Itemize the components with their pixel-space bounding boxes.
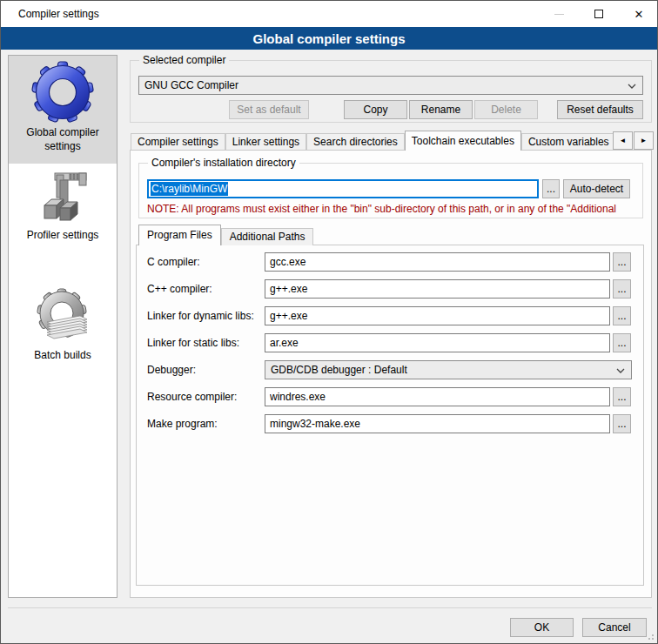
window-title: Compiler settings — [18, 8, 99, 20]
linker-static-browse-button[interactable]: ... — [613, 333, 631, 352]
tab-scroll-left-button[interactable]: ◄ — [613, 131, 633, 150]
maximize-icon — [594, 10, 603, 18]
installation-note: NOTE: All programs must exist either in … — [147, 203, 636, 215]
cpp-compiler-browse-button[interactable]: ... — [613, 279, 631, 299]
debugger-select-value: GDB/CDB debugger : Default — [271, 364, 407, 376]
compiler-select-value: GNU GCC Compiler — [144, 79, 238, 91]
resize-grip[interactable] — [647, 633, 654, 640]
main-tabstrip: Compiler settings Linker settings Search… — [131, 131, 613, 151]
page-title: Global compiler settings — [252, 31, 405, 46]
rename-button[interactable]: Rename — [409, 100, 473, 119]
installation-directory-legend: Compiler's installation directory — [148, 157, 299, 169]
blue-gear-icon — [31, 61, 94, 124]
make-program-label: Make program: — [147, 414, 262, 433]
debugger-select[interactable]: GDB/CDB debugger : Default — [265, 360, 632, 379]
titlebar: Compiler settings ✕ — [1, 1, 657, 27]
minimize-icon — [554, 14, 564, 15]
sidebar-item-global-compiler-settings[interactable]: Global compiler settings — [9, 56, 117, 164]
cpp-compiler-label: C++ compiler: — [147, 279, 262, 299]
sidebar: Global compiler settings — [8, 55, 118, 598]
reset-defaults-button[interactable]: Reset defaults — [557, 100, 643, 119]
sub-tabstrip: Program Files Additional Paths — [138, 225, 313, 245]
chevron-down-icon — [628, 84, 636, 89]
compiler-settings-dialog: Compiler settings ✕ Global compiler sett… — [0, 0, 658, 644]
make-program-browse-button[interactable]: ... — [613, 414, 631, 433]
sidebar-item-profiler-settings[interactable]: Profiler settings — [9, 169, 117, 256]
selected-compiler-legend: Selected compiler — [139, 54, 229, 66]
installation-directory-browse-button[interactable]: ... — [542, 179, 560, 198]
ok-button[interactable]: OK — [510, 618, 574, 637]
close-button[interactable]: ✕ — [619, 1, 658, 27]
close-icon: ✕ — [634, 9, 644, 20]
linker-static-input[interactable] — [265, 333, 610, 352]
tab-search-directories[interactable]: Search directories — [306, 133, 405, 151]
tab-scroll-right-button[interactable]: ► — [634, 131, 654, 150]
subtab-additional-paths[interactable]: Additional Paths — [221, 228, 314, 245]
c-compiler-browse-button[interactable]: ... — [613, 252, 631, 272]
compiler-select[interactable]: GNU GCC Compiler — [138, 76, 643, 95]
tab-custom-variables[interactable]: Custom variables — [521, 133, 613, 151]
tab-compiler-settings[interactable]: Compiler settings — [131, 133, 225, 151]
banner: Global compiler settings — [1, 27, 657, 50]
cpp-compiler-input[interactable] — [265, 279, 610, 299]
sidebar-item-label: Batch builds — [9, 346, 117, 366]
minimize-button — [539, 1, 579, 27]
auto-detect-button[interactable]: Auto-detect — [563, 179, 630, 198]
linker-static-label: Linker for static libs: — [147, 333, 262, 352]
linker-dynamic-label: Linker for dynamic libs: — [147, 306, 262, 325]
subtab-program-files[interactable]: Program Files — [138, 225, 221, 245]
installation-directory-input[interactable]: C:\raylib\MinGW — [147, 179, 539, 198]
delete-button: Delete — [474, 100, 538, 119]
tab-linker-settings[interactable]: Linker settings — [225, 133, 306, 151]
debugger-label: Debugger: — [147, 360, 262, 379]
sidebar-item-label: Global compiler settings — [9, 124, 117, 157]
set-as-default-button: Set as default — [229, 100, 309, 119]
resource-compiler-input[interactable] — [265, 387, 610, 406]
linker-dynamic-input[interactable] — [265, 306, 610, 325]
make-program-input[interactable] — [265, 414, 610, 433]
c-compiler-input[interactable] — [265, 252, 610, 272]
c-compiler-label: C compiler: — [147, 252, 262, 272]
sidebar-item-batch-builds[interactable]: Batch builds — [9, 287, 117, 374]
sidebar-item-label: Profiler settings — [9, 226, 117, 245]
installation-directory-value: C:\raylib\MinGW — [151, 182, 228, 196]
resource-compiler-browse-button[interactable]: ... — [613, 387, 631, 406]
tab-toolchain-executables[interactable]: Toolchain executables — [405, 131, 521, 151]
resource-compiler-label: Resource compiler: — [147, 387, 262, 406]
copy-button[interactable]: Copy — [344, 100, 407, 119]
footer-divider — [8, 607, 652, 608]
gray-gear-papers-icon — [33, 287, 92, 346]
caliper-icon — [34, 169, 91, 226]
cancel-button[interactable]: Cancel — [582, 618, 647, 637]
chevron-down-icon — [616, 368, 625, 373]
maximize-button[interactable] — [579, 1, 619, 27]
linker-dynamic-browse-button[interactable]: ... — [613, 306, 631, 325]
